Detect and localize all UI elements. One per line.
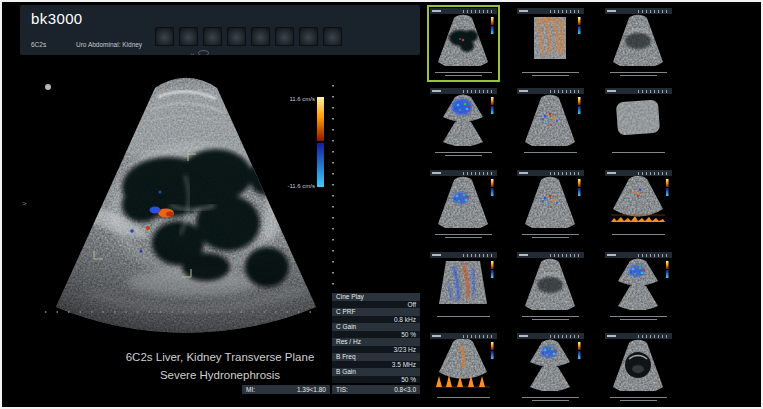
main-panel: bk3000 6C2s Uro Abdominal: Kidney ↔ (20, 5, 420, 405)
gallery-thumbnail[interactable] (430, 88, 497, 159)
setting-value: 50 % (332, 331, 420, 338)
thumbnail-ticks (638, 335, 668, 338)
header-thumbnail[interactable] (203, 27, 222, 46)
thumbnail-caption (517, 397, 584, 401)
header-thumbnail[interactable] (275, 27, 294, 46)
gallery-thumbnail[interactable] (605, 88, 672, 159)
doppler-colorbar: 11.6 cm/s -11.6 cm/s (287, 96, 324, 189)
thumbnail-ticks (638, 90, 668, 93)
header-thumbnail[interactable] (323, 27, 342, 46)
thumbnail-ticks (463, 172, 493, 175)
image-area: > 11.6 cm/s -11.6 cm/s Cine PlayOffC PRF… (20, 55, 420, 345)
thumbnail-ticks (550, 172, 580, 175)
gallery-thumbnail[interactable] (430, 8, 497, 79)
thumbnail-header (605, 88, 672, 94)
setting-label: Cine Play (332, 293, 420, 301)
thumbnail-ticks (463, 90, 493, 93)
setting-row[interactable]: C PRF0.8 kHz (332, 308, 420, 323)
colorbar-top-label: 11.6 cm/s (289, 96, 315, 102)
thumbnail-caption (430, 152, 497, 156)
thumbnail-logo (432, 10, 441, 12)
thumbnail-logo (607, 335, 616, 337)
thumbnail-ticks (550, 10, 580, 13)
probe-label: 6C2s (31, 41, 46, 48)
tis-cell: TIS: 0.8<3.0 (332, 385, 420, 394)
thumbnail-caption (605, 152, 672, 153)
gallery-thumbnail[interactable] (517, 88, 584, 159)
header-thumbnail[interactable] (299, 27, 318, 46)
setting-row[interactable]: C Gain50 % (332, 323, 420, 338)
tis-value: 0.8<3.0 (394, 385, 416, 394)
thumbnail-caption (430, 316, 497, 317)
thumbnail-logo (519, 172, 528, 174)
thumbnail-caption (430, 72, 497, 76)
header-thumb-strip (155, 27, 342, 46)
thumbnail-ultrasound-image (430, 258, 497, 310)
setting-row[interactable]: Cine PlayOff (332, 293, 420, 308)
header-thumbnail[interactable] (179, 27, 198, 46)
thumbnail-caption (605, 72, 672, 76)
thumbnail-ultrasound-image (430, 176, 497, 228)
thumbnail-header (430, 8, 497, 14)
thumbnail-header (430, 88, 497, 94)
thumbnail-caption (517, 316, 584, 320)
thumbnail-header (430, 170, 497, 176)
thumbnail-header (517, 252, 584, 258)
thumbnail-ultrasound-image (517, 258, 584, 310)
thumbnail-ticks (463, 254, 493, 257)
setting-value: 0.8 kHz (332, 316, 420, 323)
thumbnail-ultrasound-image (430, 14, 497, 66)
thumbnail-ultrasound-image (605, 339, 672, 391)
thumbnail-logo (432, 172, 441, 174)
gallery-thumbnail[interactable] (605, 333, 672, 404)
gallery-thumbnail[interactable] (430, 333, 497, 404)
thumbnail-ticks (463, 335, 493, 338)
gallery (425, 2, 763, 409)
header-thumbnail[interactable] (251, 27, 270, 46)
thumbnail-ultrasound-image (605, 258, 672, 310)
system-title: bk3000 (31, 10, 83, 27)
gallery-thumbnail[interactable] (605, 252, 672, 323)
gallery-thumbnail[interactable] (517, 252, 584, 323)
gallery-thumbnail[interactable] (517, 333, 584, 404)
setting-label: C PRF (332, 308, 420, 316)
thumbnail-caption (430, 397, 497, 398)
gallery-thumbnail[interactable] (430, 170, 497, 241)
thumbnail-caption (517, 152, 584, 153)
gallery-thumbnail[interactable] (517, 8, 584, 79)
thumbnail-header (430, 333, 497, 339)
setting-label: C Gain (332, 323, 420, 331)
thumbnail-header (517, 333, 584, 339)
header-thumbnail[interactable] (227, 27, 246, 46)
thumbnail-logo (432, 254, 441, 256)
thumbnail-caption (605, 397, 672, 401)
thumbnail-logo (519, 254, 528, 256)
thumbnail-caption (430, 234, 497, 238)
gallery-thumbnail[interactable] (605, 170, 672, 241)
thumbnail-header (517, 170, 584, 176)
focus-marker: > (22, 199, 27, 208)
colorbar-bottom-label: -11.6 cm/s (287, 183, 315, 189)
gallery-thumbnail[interactable] (605, 8, 672, 79)
gallery-thumbnail[interactable] (517, 170, 584, 241)
thumbnail-ultrasound-image (430, 94, 497, 146)
orientation-marker (45, 84, 51, 90)
mi-value: 1.39<1.80 (297, 385, 326, 394)
thumbnail-header (605, 252, 672, 258)
thumbnail-caption (605, 234, 672, 235)
gallery-thumbnail[interactable] (430, 252, 497, 323)
caption-line1: 6C2s Liver, Kidney Transverse Plane (20, 349, 420, 367)
caption-line2: Severe Hydronephrosis (20, 367, 420, 385)
thumbnail-logo (432, 335, 441, 337)
thumbnail-caption (605, 316, 672, 320)
thumbnail-header (605, 333, 672, 339)
setting-label: Res / Hz (332, 338, 420, 346)
thumbnail-header (517, 88, 584, 94)
tis-label: TIS: (336, 385, 348, 394)
thumbnail-header (605, 170, 672, 176)
thumbnail-logo (607, 90, 616, 92)
header-bar: bk3000 6C2s Uro Abdominal: Kidney ↔ (20, 5, 420, 55)
header-thumbnail[interactable] (155, 27, 174, 46)
setting-value: Off (332, 301, 420, 308)
thumbnail-logo (519, 90, 528, 92)
